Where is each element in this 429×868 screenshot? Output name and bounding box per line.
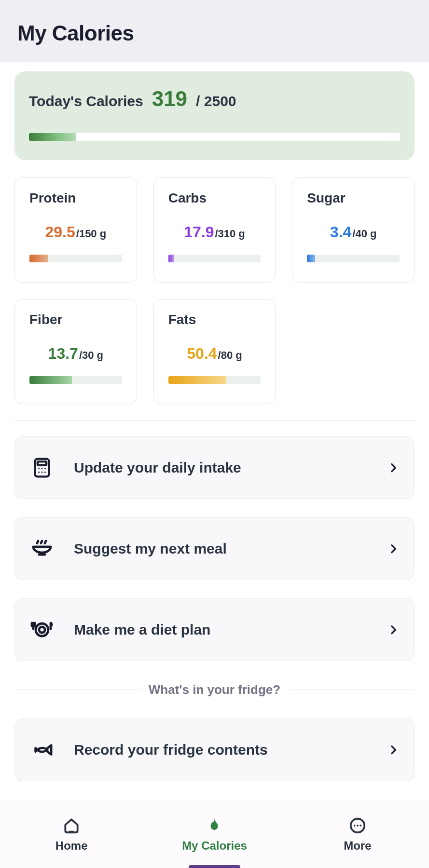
action-label: Update your daily intake xyxy=(74,460,368,476)
tab-label: More xyxy=(344,839,371,853)
nutrient-target: /40 g xyxy=(352,228,376,240)
chevron-right-icon xyxy=(387,461,400,474)
record-fridge-action[interactable]: Record your fridge contents xyxy=(14,719,415,781)
nutrient-current: 13.7 xyxy=(48,345,78,363)
nutrient-values: 29.5/150 g xyxy=(29,223,122,241)
action-label: Record your fridge contents xyxy=(74,742,368,758)
home-icon xyxy=(62,816,81,835)
update-intake-action[interactable]: Update your daily intake xyxy=(14,436,415,499)
tab-home[interactable]: Home xyxy=(0,800,143,868)
nutrient-bar xyxy=(29,255,122,262)
action-label: Suggest my next meal xyxy=(74,541,368,557)
svg-point-10 xyxy=(38,748,40,750)
nutrient-card-carbs: Carbs17.9/310 g xyxy=(153,177,276,283)
nutrient-current: 29.5 xyxy=(45,223,75,241)
nutrient-target: /310 g xyxy=(215,228,245,240)
calories-current: 319 xyxy=(152,87,187,111)
nutrient-card-protein: Protein29.5/150 g xyxy=(14,177,137,283)
nutrient-current: 50.4 xyxy=(187,345,217,363)
tab-bar: HomeMy CaloriesMore xyxy=(0,800,429,868)
fridge-separator: What's in your fridge? xyxy=(14,682,415,697)
nutrient-current: 3.4 xyxy=(330,223,351,241)
svg-point-6 xyxy=(42,472,43,473)
svg-point-4 xyxy=(44,468,46,469)
fridge-separator-text: What's in your fridge? xyxy=(149,682,280,697)
nutrient-name: Fats xyxy=(168,312,261,327)
svg-point-12 xyxy=(354,825,356,827)
content: Today's Calories 319 / 2500 Protein29.5/… xyxy=(0,62,429,839)
fridge-actions-list: Record your fridge contents xyxy=(14,719,415,781)
tab-label: Home xyxy=(55,839,88,853)
flame-icon xyxy=(205,816,224,835)
nutrient-bar xyxy=(168,376,261,384)
svg-point-2 xyxy=(38,468,40,469)
calories-progress-bar xyxy=(29,133,400,141)
tab-more[interactable]: More xyxy=(286,800,429,868)
svg-point-8 xyxy=(36,624,48,636)
nutrient-bar xyxy=(29,376,122,384)
actions-list: Update your daily intakeSuggest my next … xyxy=(14,436,415,661)
tab-my-calories[interactable]: My Calories xyxy=(143,800,286,868)
bowl-icon xyxy=(29,536,55,561)
page-title: My Calories xyxy=(17,21,412,45)
calories-label: Today's Calories xyxy=(29,93,143,109)
nutrient-target: /30 g xyxy=(79,349,103,362)
nutrient-target: /80 g xyxy=(218,349,242,362)
nutrient-current: 17.9 xyxy=(184,223,214,241)
tab-label: My Calories xyxy=(182,839,247,853)
plate-icon xyxy=(29,617,55,642)
chevron-right-icon xyxy=(387,542,400,555)
nutrient-card-fiber: Fiber13.7/30 g xyxy=(14,299,137,404)
svg-point-3 xyxy=(42,468,43,469)
nutrient-name: Protein xyxy=(29,190,122,206)
today-calories-card: Today's Calories 319 / 2500 xyxy=(14,71,415,160)
diet-plan-action[interactable]: Make me a diet plan xyxy=(14,598,415,661)
dots-icon xyxy=(348,816,367,835)
nutrient-bar xyxy=(168,255,261,262)
nutrient-bar xyxy=(307,255,400,262)
svg-point-7 xyxy=(44,472,46,473)
chevron-right-icon xyxy=(387,744,400,756)
nutrient-name: Sugar xyxy=(307,190,400,206)
calculator-icon xyxy=(29,455,55,480)
header: My Calories xyxy=(0,0,429,62)
action-label: Make me a diet plan xyxy=(74,622,368,638)
nutrient-name: Carbs xyxy=(168,190,261,206)
svg-point-14 xyxy=(360,825,361,827)
nutrient-name: Fiber xyxy=(29,312,122,327)
nutrient-card-sugar: Sugar3.4/40 g xyxy=(292,177,415,283)
svg-point-13 xyxy=(357,825,359,827)
suggest-meal-action[interactable]: Suggest my next meal xyxy=(14,517,415,580)
calories-target: / 2500 xyxy=(196,93,236,109)
nutrient-values: 50.4/80 g xyxy=(168,345,261,363)
nutrient-target: /150 g xyxy=(76,228,106,240)
nutrient-card-fats: Fats50.4/80 g xyxy=(153,299,276,404)
divider xyxy=(14,420,415,421)
chevron-right-icon xyxy=(387,624,400,636)
svg-rect-1 xyxy=(38,461,46,465)
fish-icon xyxy=(29,737,55,762)
nutrients-grid: Protein29.5/150 gCarbs17.9/310 gSugar3.4… xyxy=(14,177,415,404)
nutrient-values: 13.7/30 g xyxy=(29,345,122,363)
svg-point-9 xyxy=(39,627,45,633)
nutrient-values: 3.4/40 g xyxy=(307,223,400,241)
nutrient-values: 17.9/310 g xyxy=(168,223,261,241)
svg-point-5 xyxy=(38,472,40,473)
